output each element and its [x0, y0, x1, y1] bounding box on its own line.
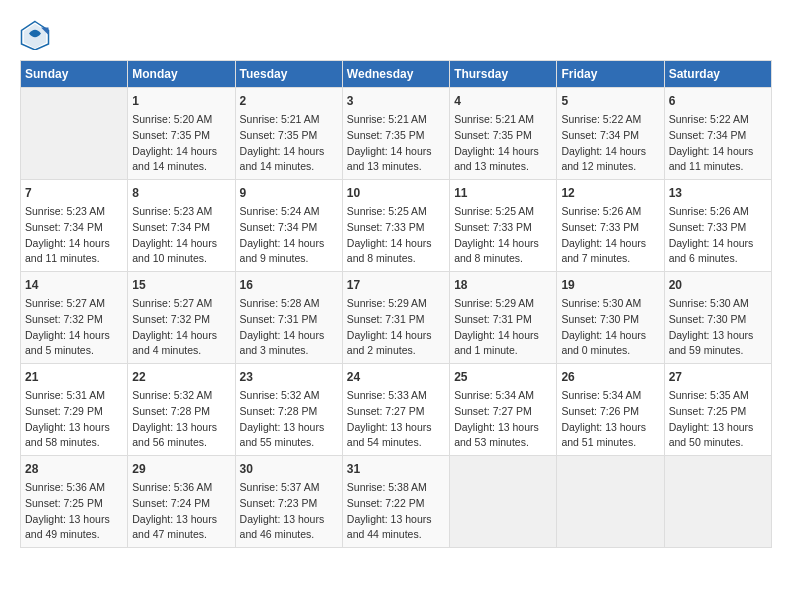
calendar-week-row: 14Sunrise: 5:27 AMSunset: 7:32 PMDayligh… [21, 272, 772, 364]
day-number: 28 [25, 460, 123, 478]
day-info: Sunrise: 5:22 AMSunset: 7:34 PMDaylight:… [669, 112, 767, 175]
day-info: Sunrise: 5:34 AMSunset: 7:26 PMDaylight:… [561, 388, 659, 451]
calendar-cell: 1Sunrise: 5:20 AMSunset: 7:35 PMDaylight… [128, 88, 235, 180]
day-number: 30 [240, 460, 338, 478]
calendar-cell: 30Sunrise: 5:37 AMSunset: 7:23 PMDayligh… [235, 456, 342, 548]
day-number: 22 [132, 368, 230, 386]
day-number: 2 [240, 92, 338, 110]
calendar-cell: 12Sunrise: 5:26 AMSunset: 7:33 PMDayligh… [557, 180, 664, 272]
page-header [20, 20, 772, 50]
day-info: Sunrise: 5:26 AMSunset: 7:33 PMDaylight:… [669, 204, 767, 267]
day-info: Sunrise: 5:27 AMSunset: 7:32 PMDaylight:… [132, 296, 230, 359]
day-info: Sunrise: 5:35 AMSunset: 7:25 PMDaylight:… [669, 388, 767, 451]
day-number: 23 [240, 368, 338, 386]
calendar-cell: 16Sunrise: 5:28 AMSunset: 7:31 PMDayligh… [235, 272, 342, 364]
day-number: 20 [669, 276, 767, 294]
calendar-cell: 27Sunrise: 5:35 AMSunset: 7:25 PMDayligh… [664, 364, 771, 456]
day-number: 31 [347, 460, 445, 478]
day-number: 8 [132, 184, 230, 202]
day-number: 7 [25, 184, 123, 202]
day-info: Sunrise: 5:38 AMSunset: 7:22 PMDaylight:… [347, 480, 445, 543]
day-info: Sunrise: 5:22 AMSunset: 7:34 PMDaylight:… [561, 112, 659, 175]
calendar-cell: 6Sunrise: 5:22 AMSunset: 7:34 PMDaylight… [664, 88, 771, 180]
day-info: Sunrise: 5:21 AMSunset: 7:35 PMDaylight:… [454, 112, 552, 175]
calendar-cell [21, 88, 128, 180]
day-info: Sunrise: 5:21 AMSunset: 7:35 PMDaylight:… [347, 112, 445, 175]
calendar-cell [664, 456, 771, 548]
calendar-cell: 31Sunrise: 5:38 AMSunset: 7:22 PMDayligh… [342, 456, 449, 548]
column-header-saturday: Saturday [664, 61, 771, 88]
calendar-cell: 21Sunrise: 5:31 AMSunset: 7:29 PMDayligh… [21, 364, 128, 456]
day-info: Sunrise: 5:37 AMSunset: 7:23 PMDaylight:… [240, 480, 338, 543]
calendar-cell: 25Sunrise: 5:34 AMSunset: 7:27 PMDayligh… [450, 364, 557, 456]
calendar-cell: 24Sunrise: 5:33 AMSunset: 7:27 PMDayligh… [342, 364, 449, 456]
calendar-cell: 23Sunrise: 5:32 AMSunset: 7:28 PMDayligh… [235, 364, 342, 456]
day-info: Sunrise: 5:27 AMSunset: 7:32 PMDaylight:… [25, 296, 123, 359]
calendar-cell: 17Sunrise: 5:29 AMSunset: 7:31 PMDayligh… [342, 272, 449, 364]
day-number: 24 [347, 368, 445, 386]
calendar-cell: 18Sunrise: 5:29 AMSunset: 7:31 PMDayligh… [450, 272, 557, 364]
day-info: Sunrise: 5:31 AMSunset: 7:29 PMDaylight:… [25, 388, 123, 451]
calendar-table: SundayMondayTuesdayWednesdayThursdayFrid… [20, 60, 772, 548]
day-number: 29 [132, 460, 230, 478]
day-info: Sunrise: 5:23 AMSunset: 7:34 PMDaylight:… [25, 204, 123, 267]
calendar-cell: 28Sunrise: 5:36 AMSunset: 7:25 PMDayligh… [21, 456, 128, 548]
day-number: 19 [561, 276, 659, 294]
day-number: 27 [669, 368, 767, 386]
day-info: Sunrise: 5:25 AMSunset: 7:33 PMDaylight:… [454, 204, 552, 267]
day-info: Sunrise: 5:23 AMSunset: 7:34 PMDaylight:… [132, 204, 230, 267]
calendar-cell: 13Sunrise: 5:26 AMSunset: 7:33 PMDayligh… [664, 180, 771, 272]
day-info: Sunrise: 5:26 AMSunset: 7:33 PMDaylight:… [561, 204, 659, 267]
column-header-wednesday: Wednesday [342, 61, 449, 88]
day-number: 1 [132, 92, 230, 110]
day-info: Sunrise: 5:34 AMSunset: 7:27 PMDaylight:… [454, 388, 552, 451]
day-number: 15 [132, 276, 230, 294]
column-header-friday: Friday [557, 61, 664, 88]
day-info: Sunrise: 5:32 AMSunset: 7:28 PMDaylight:… [132, 388, 230, 451]
calendar-cell: 5Sunrise: 5:22 AMSunset: 7:34 PMDaylight… [557, 88, 664, 180]
day-number: 10 [347, 184, 445, 202]
calendar-cell: 29Sunrise: 5:36 AMSunset: 7:24 PMDayligh… [128, 456, 235, 548]
day-info: Sunrise: 5:30 AMSunset: 7:30 PMDaylight:… [561, 296, 659, 359]
day-info: Sunrise: 5:36 AMSunset: 7:25 PMDaylight:… [25, 480, 123, 543]
calendar-week-row: 7Sunrise: 5:23 AMSunset: 7:34 PMDaylight… [21, 180, 772, 272]
day-info: Sunrise: 5:25 AMSunset: 7:33 PMDaylight:… [347, 204, 445, 267]
day-number: 4 [454, 92, 552, 110]
calendar-cell: 26Sunrise: 5:34 AMSunset: 7:26 PMDayligh… [557, 364, 664, 456]
day-number: 16 [240, 276, 338, 294]
day-number: 25 [454, 368, 552, 386]
day-info: Sunrise: 5:21 AMSunset: 7:35 PMDaylight:… [240, 112, 338, 175]
day-number: 21 [25, 368, 123, 386]
calendar-cell: 3Sunrise: 5:21 AMSunset: 7:35 PMDaylight… [342, 88, 449, 180]
day-number: 13 [669, 184, 767, 202]
calendar-cell [557, 456, 664, 548]
calendar-cell: 11Sunrise: 5:25 AMSunset: 7:33 PMDayligh… [450, 180, 557, 272]
day-number: 14 [25, 276, 123, 294]
calendar-week-row: 28Sunrise: 5:36 AMSunset: 7:25 PMDayligh… [21, 456, 772, 548]
calendar-cell: 10Sunrise: 5:25 AMSunset: 7:33 PMDayligh… [342, 180, 449, 272]
calendar-cell [450, 456, 557, 548]
calendar-cell: 4Sunrise: 5:21 AMSunset: 7:35 PMDaylight… [450, 88, 557, 180]
calendar-cell: 9Sunrise: 5:24 AMSunset: 7:34 PMDaylight… [235, 180, 342, 272]
day-number: 18 [454, 276, 552, 294]
day-number: 26 [561, 368, 659, 386]
calendar-cell: 15Sunrise: 5:27 AMSunset: 7:32 PMDayligh… [128, 272, 235, 364]
day-number: 17 [347, 276, 445, 294]
day-info: Sunrise: 5:20 AMSunset: 7:35 PMDaylight:… [132, 112, 230, 175]
calendar-cell: 8Sunrise: 5:23 AMSunset: 7:34 PMDaylight… [128, 180, 235, 272]
day-info: Sunrise: 5:29 AMSunset: 7:31 PMDaylight:… [347, 296, 445, 359]
day-info: Sunrise: 5:36 AMSunset: 7:24 PMDaylight:… [132, 480, 230, 543]
column-header-sunday: Sunday [21, 61, 128, 88]
day-info: Sunrise: 5:24 AMSunset: 7:34 PMDaylight:… [240, 204, 338, 267]
logo [20, 20, 52, 50]
calendar-week-row: 1Sunrise: 5:20 AMSunset: 7:35 PMDaylight… [21, 88, 772, 180]
day-number: 5 [561, 92, 659, 110]
logo-icon [20, 20, 50, 50]
day-number: 12 [561, 184, 659, 202]
day-number: 6 [669, 92, 767, 110]
calendar-cell: 2Sunrise: 5:21 AMSunset: 7:35 PMDaylight… [235, 88, 342, 180]
calendar-cell: 14Sunrise: 5:27 AMSunset: 7:32 PMDayligh… [21, 272, 128, 364]
column-header-monday: Monday [128, 61, 235, 88]
column-header-tuesday: Tuesday [235, 61, 342, 88]
day-info: Sunrise: 5:28 AMSunset: 7:31 PMDaylight:… [240, 296, 338, 359]
